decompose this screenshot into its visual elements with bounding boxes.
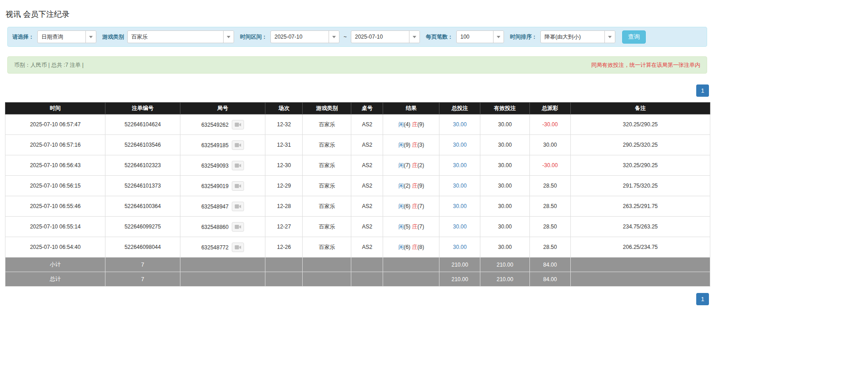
sort-order-label: 时间排序： xyxy=(510,33,537,41)
page-title: 视讯 会员下注纪录 xyxy=(5,5,710,27)
game-type-value: 百家乐 xyxy=(128,31,223,43)
query-button[interactable]: 查询 xyxy=(622,30,646,44)
select-type-label: 请选择： xyxy=(12,33,34,41)
cell-game-type: 百家乐 xyxy=(303,217,351,237)
cell-round-id: 632548947 xyxy=(180,196,265,217)
view-video-button[interactable] xyxy=(232,222,244,232)
query-type-value: 日期查询 xyxy=(38,31,85,43)
cell-game-type: 百家乐 xyxy=(303,237,351,258)
column-header: 注单编号 xyxy=(105,103,180,114)
cell-result: 闲(9) 庄(3) xyxy=(383,135,439,155)
banker-result: 庄 xyxy=(412,244,417,250)
summary-count: 7 xyxy=(105,272,180,287)
cell-time: 2025-07-10 06:56:15 xyxy=(5,176,105,196)
video-icon xyxy=(234,224,241,229)
sort-order-dropdown[interactable]: 降幂(由大到小) xyxy=(540,30,615,43)
total-bet-link[interactable]: 30.00 xyxy=(453,244,467,250)
cell-session: 12-27 xyxy=(265,217,303,237)
view-video-button[interactable] xyxy=(232,181,244,191)
cell-bet-id: 522646100364 xyxy=(105,196,180,217)
date-to-picker[interactable]: 2025-07-10 xyxy=(351,30,420,43)
cell-time: 2025-07-10 06:57:47 xyxy=(5,114,105,135)
cell-time: 2025-07-10 06:55:46 xyxy=(5,196,105,217)
player-result: 闲 xyxy=(398,162,404,169)
column-header: 桌号 xyxy=(351,103,383,114)
cell-total-bet: 30.00 xyxy=(439,176,480,196)
cell-session: 12-28 xyxy=(265,196,303,217)
cell-total-bet: 30.00 xyxy=(439,135,480,155)
sort-order-value: 降幂(由大到小) xyxy=(541,31,604,43)
cell-table-no: AS2 xyxy=(351,114,383,135)
table-row: 2025-07-10 06:55:14522646099275632548860… xyxy=(5,217,710,237)
banker-result: 庄 xyxy=(412,162,417,169)
chevron-down-icon[interactable] xyxy=(493,31,504,43)
table-row: 2025-07-10 06:55:46522646100364632548947… xyxy=(5,196,710,217)
date-to-value: 2025-07-10 xyxy=(351,31,409,43)
view-video-button[interactable] xyxy=(232,202,244,211)
cell-bet-id: 522646102323 xyxy=(105,155,180,176)
player-result: 闲 xyxy=(398,223,404,230)
cell-valid-bet: 30.00 xyxy=(480,237,530,258)
chevron-down-icon[interactable] xyxy=(85,31,96,43)
column-header: 总派彩 xyxy=(529,103,570,114)
cell-session: 12-31 xyxy=(265,135,303,155)
cell-session: 12-32 xyxy=(265,114,303,135)
game-type-dropdown[interactable]: 百家乐 xyxy=(127,30,234,43)
column-header: 备注 xyxy=(570,103,710,114)
view-video-button[interactable] xyxy=(232,120,244,129)
cell-total-bet: 30.00 xyxy=(439,237,480,258)
cell-table-no: AS2 xyxy=(351,135,383,155)
chevron-down-icon[interactable] xyxy=(329,31,339,43)
cell-result: 闲(7) 庄(2) xyxy=(383,155,439,176)
cell-total-bet: 30.00 xyxy=(439,114,480,135)
date-range-label: 时间区间： xyxy=(240,33,267,41)
summary-total-bet: 210.00 xyxy=(439,258,480,272)
view-video-button[interactable] xyxy=(232,140,244,150)
summary-bar: 币别：人民币 | 总共 :7 注单 | 同局有效投注，统一计算在该局第一张注单内 xyxy=(7,56,707,74)
total-bet-link[interactable]: 30.00 xyxy=(453,142,467,148)
player-result: 闲 xyxy=(398,244,404,250)
total-bet-link[interactable]: 30.00 xyxy=(453,162,467,169)
cell-table-no: AS2 xyxy=(351,217,383,237)
page-1-button[interactable]: 1 xyxy=(696,84,709,97)
chevron-down-icon[interactable] xyxy=(223,31,234,43)
cell-game-type: 百家乐 xyxy=(303,135,351,155)
cell-valid-bet: 30.00 xyxy=(480,217,530,237)
table-header-row: 时间注单编号局号场次游戏类别桌号结果总投注有效投注总派彩备注 xyxy=(5,103,710,114)
cell-remark: 234.75/263.25 xyxy=(570,217,710,237)
cell-round-id: 632549093 xyxy=(180,155,265,176)
cell-time: 2025-07-10 06:57:16 xyxy=(5,135,105,155)
cell-round-id: 632548772 xyxy=(180,237,265,258)
page-size-value: 100 xyxy=(457,31,493,43)
view-video-button[interactable] xyxy=(232,243,244,252)
filter-bar: 请选择： 日期查询 游戏类别 百家乐 时间区间： 2025-07-10 ~ 20… xyxy=(7,27,707,47)
cell-session: 12-30 xyxy=(265,155,303,176)
cell-bet-id: 522646103546 xyxy=(105,135,180,155)
total-bet-link[interactable]: 30.00 xyxy=(453,183,467,189)
player-result: 闲 xyxy=(398,203,404,209)
banker-result: 庄 xyxy=(412,183,417,189)
chevron-down-icon[interactable] xyxy=(409,31,419,43)
summary-row: 小计7210.00210.0084.00 xyxy=(5,258,710,272)
total-bet-link[interactable]: 30.00 xyxy=(453,203,467,209)
page-1-button[interactable]: 1 xyxy=(696,293,709,305)
cell-result: 闲(4) 庄(9) xyxy=(383,114,439,135)
view-video-button[interactable] xyxy=(232,161,244,170)
cell-payout: -30.00 xyxy=(529,155,570,176)
query-type-dropdown[interactable]: 日期查询 xyxy=(37,30,96,43)
cell-remark: 291.75/320.25 xyxy=(570,176,710,196)
video-icon xyxy=(234,245,241,250)
page-container: 视讯 会员下注纪录 请选择： 日期查询 游戏类别 百家乐 时间区间： 2025-… xyxy=(0,0,710,305)
cell-total-bet: 30.00 xyxy=(439,217,480,237)
cell-bet-id: 522646099275 xyxy=(105,217,180,237)
pagination-top: 1 xyxy=(7,84,709,97)
cell-round-id: 632548860 xyxy=(180,217,265,237)
total-bet-link[interactable]: 30.00 xyxy=(453,121,467,128)
page-size-dropdown[interactable]: 100 xyxy=(456,30,504,43)
total-bet-link[interactable]: 30.00 xyxy=(453,223,467,230)
cell-result: 闲(5) 庄(7) xyxy=(383,217,439,237)
chevron-down-icon[interactable] xyxy=(604,31,615,43)
player-result: 闲 xyxy=(398,142,404,148)
date-from-picker[interactable]: 2025-07-10 xyxy=(270,30,339,43)
cell-payout: -30.00 xyxy=(529,114,570,135)
